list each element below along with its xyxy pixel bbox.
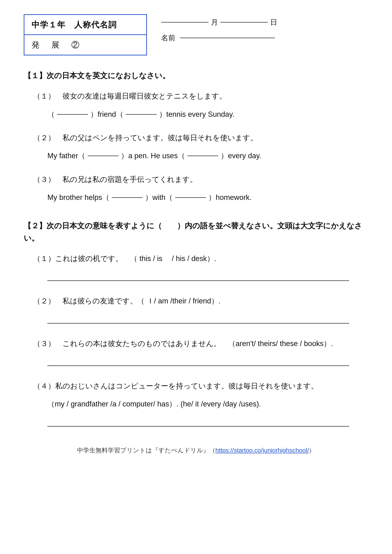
problem-1-2-answer: My father（ ）a pen. He uses（ ）every day. (47, 148, 368, 164)
footer: 中学生無料学習プリントは『すたぺんドリル』（https://startoo.co… (24, 445, 368, 456)
title-main: 中学１年 人称代名詞 (24, 15, 146, 35)
header-right: 月 日 名前 (161, 14, 368, 44)
with-text: ）with（ (145, 189, 173, 206)
section2: 【２】次の日本文の意味を表すように（ ）内の語を並べ替えなさい。文頭は大文字にか… (24, 220, 368, 427)
problem-1-1-label: （１） 彼女の友達は毎週日曜日彼女とテニスをします。 (33, 90, 368, 102)
problem-1-3-answer: My brother helps（ ）with（ ）homework. (47, 189, 368, 206)
problem-1-2-label: （２） 私の父はペンを持っています。彼は毎日それを使います。 (33, 132, 368, 144)
answer-space-2-1[interactable] (47, 269, 349, 281)
problem-1-3: （３） 私の兄は私の宿題を手伝ってくれます。 My brother helps（… (33, 174, 368, 206)
name-underline (180, 38, 275, 38)
section2-title: 【２】次の日本文の意味を表すように（ ）内の語を並べ替えなさい。文頭は大文字にか… (24, 220, 368, 244)
section1-title: 【１】次の日本文を英文になおしなさい。 (24, 70, 368, 82)
problem-2-4-label: （４）私のおじいさんはコンピューターを持っています。彼は毎日それを使います。 (33, 380, 368, 392)
title-sub: 発 展 ② (24, 35, 146, 55)
footer-text-end: ） (309, 447, 315, 454)
name-label: 名前 (161, 32, 175, 44)
title-box: 中学１年 人称代名詞 発 展 ② (24, 14, 147, 55)
my-brother-text: My brother helps（ (47, 189, 110, 206)
header: 中学１年 人称代名詞 発 展 ② 月 日 名前 (24, 14, 368, 55)
month-underline (161, 22, 209, 22)
blank-1-3-b[interactable] (175, 197, 206, 198)
problem-2-3: （３） これらの本は彼女たちのものではありません。 （aren't/ their… (33, 338, 368, 366)
problem-2-1: （１）これは彼の机です。 （ this / is / his / desk）. (33, 253, 368, 281)
name-line: 名前 (161, 32, 368, 44)
day-label: 日 (270, 17, 277, 28)
blank-1-1-a[interactable] (57, 114, 88, 115)
answer-space-2-4[interactable] (47, 415, 349, 427)
blank-1-2-b[interactable] (188, 156, 218, 156)
blank-1-1-b[interactable] (126, 114, 157, 115)
problem-2-3-label: （３） これらの本は彼女たちのものではありません。 （aren't/ their… (33, 338, 368, 350)
blank-1-2-a[interactable] (88, 156, 119, 156)
problem-2-2: （２） 私は彼らの友達です。（ Ｉ/ am /their / friend）. (33, 295, 368, 324)
problem-1-3-label: （３） 私の兄は私の宿題を手伝ってくれます。 (33, 174, 368, 186)
blank-1-3-a[interactable] (112, 197, 143, 198)
my-father-text: My father（ (47, 148, 85, 164)
footer-link[interactable]: https://startoo.co/juniorhighschool/ (216, 447, 309, 454)
problem-2-2-label: （２） 私は彼らの友達です。（ Ｉ/ am /their / friend）. (33, 295, 368, 307)
problem-1-1: （１） 彼女の友達は毎週日曜日彼女とテニスをします。 （ ）friend（ ）t… (33, 90, 368, 122)
problem-2-4: （４）私のおじいさんはコンピューターを持っています。彼は毎日それを使います。 （… (33, 380, 368, 427)
month-label: 月 (211, 17, 218, 28)
day-underline (220, 22, 268, 22)
answer-space-2-2[interactable] (47, 312, 349, 324)
section1: 【１】次の日本文を英文になおしなさい。 （１） 彼女の友達は毎週日曜日彼女とテニ… (24, 70, 368, 206)
month-field: 月 日 (161, 17, 277, 28)
problem-1-1-answer: （ ）friend（ ）tennis every Sunday. (47, 106, 368, 122)
problem-2-4-sub: （my / grandfather /a / computer/ has）. (… (47, 397, 368, 411)
problem-1-2: （２） 私の父はペンを持っています。彼は毎日それを使います。 My father… (33, 132, 368, 164)
date-line: 月 日 (161, 17, 368, 28)
problem-2-1-label: （１）これは彼の机です。 （ this / is / his / desk）. (33, 253, 368, 264)
answer-space-2-3[interactable] (47, 354, 349, 366)
footer-text: 中学生無料学習プリントは『すたぺんドリル』（ (77, 447, 216, 454)
